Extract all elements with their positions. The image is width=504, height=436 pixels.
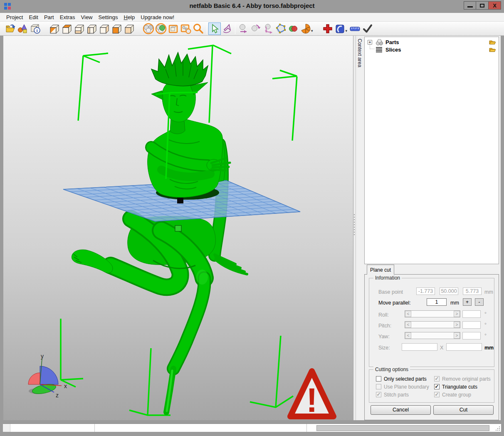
context-area-label: Context area — [357, 39, 363, 67]
tab-plane-cut[interactable]: Plane cut — [367, 265, 394, 275]
scripts-dropdown-icon[interactable]: ▾ — [346, 29, 348, 33]
view-top-icon[interactable] — [61, 22, 73, 35]
view-bottom-icon[interactable] — [73, 22, 86, 35]
tree-row-slices[interactable]: Slices — [365, 46, 499, 54]
view-back-icon[interactable] — [123, 22, 136, 35]
parts-label[interactable]: Parts — [385, 39, 399, 45]
cutting-options-title: Cutting options — [373, 367, 410, 372]
menu-help[interactable]: Help — [121, 13, 138, 21]
select-arrow-icon[interactable] — [208, 22, 221, 35]
view-right-icon[interactable] — [98, 22, 111, 35]
status-divider — [94, 424, 95, 432]
window-title: netfabb Basic 6.4 - Abby torso.fabbproje… — [0, 2, 504, 9]
pitch-slider[interactable]: < > — [405, 321, 460, 328]
slices-label[interactable]: Slices — [385, 47, 401, 53]
yaw-field[interactable] — [462, 332, 481, 339]
parts-folder-icon[interactable] — [489, 39, 496, 45]
size-height-field[interactable] — [446, 343, 482, 351]
move-part-icon[interactable] — [237, 22, 250, 35]
status-divider — [306, 424, 307, 432]
yaw-label: Yaw: — [378, 334, 390, 339]
scripts-icon[interactable] — [334, 22, 346, 35]
yaw-slider-left-icon[interactable]: < — [405, 332, 411, 339]
base-point-y-field[interactable] — [440, 287, 458, 295]
plane-handle-black[interactable] — [177, 198, 183, 203]
bottom-frame-strip — [0, 420, 504, 424]
size-width-field[interactable] — [402, 343, 437, 351]
menu-settings[interactable]: Settings — [96, 13, 121, 21]
pitch-field[interactable] — [462, 321, 481, 329]
view-left-icon[interactable] — [86, 22, 98, 35]
panel-splitter[interactable] — [353, 36, 356, 420]
slices-icon — [376, 47, 383, 53]
menu-project[interactable]: Project — [3, 13, 26, 21]
move-parallel-field[interactable] — [427, 298, 447, 306]
yaw-slider-right-icon[interactable]: > — [454, 332, 460, 339]
add-part-icon[interactable] — [17, 22, 29, 35]
pitch-slider-right-icon[interactable]: > — [454, 322, 460, 328]
roll-slider-left-icon[interactable]: < — [405, 311, 411, 317]
roll-label: Roll: — [378, 312, 389, 318]
checkbox-icon[interactable] — [376, 376, 381, 382]
resize-grip-icon[interactable] — [494, 424, 500, 431]
align-part-icon[interactable] — [262, 22, 274, 35]
zoom-icon[interactable] — [192, 22, 205, 35]
checkbox-checked-icon[interactable]: ✓ — [434, 384, 440, 389]
status-cell-small — [3, 424, 10, 432]
wireframe-view-icon[interactable] — [167, 22, 180, 35]
window-bottom-border — [0, 432, 504, 436]
axis-label-z: z — [56, 392, 59, 399]
roll-slider[interactable]: < > — [405, 310, 460, 317]
warning-glyph: ! — [306, 381, 317, 419]
view-front-icon[interactable] — [111, 22, 123, 35]
open-project-icon[interactable] — [4, 22, 17, 35]
information-title: Information — [373, 275, 402, 281]
points-view-icon[interactable] — [180, 22, 192, 35]
base-point-x-field[interactable] — [416, 287, 435, 295]
information-group: Information Base point mm Move parallel:… — [369, 278, 494, 367]
section-view-dropdown-icon[interactable]: ▾ — [311, 29, 313, 33]
menu-extras[interactable]: Extras — [57, 13, 78, 21]
lasso-select-icon[interactable] — [221, 22, 233, 35]
solid-view-icon[interactable] — [155, 22, 167, 35]
cancel-button[interactable]: Cancel — [371, 405, 431, 415]
menu-part[interactable]: Part — [41, 13, 57, 21]
minimize-button[interactable] — [464, 1, 476, 10]
menu-upgrade[interactable]: Upgrade now! — [138, 13, 177, 21]
section-view-icon[interactable] — [299, 22, 312, 35]
repair-part-icon[interactable] — [321, 22, 334, 35]
menu-edit[interactable]: Edit — [26, 13, 41, 21]
close-button[interactable]: X — [489, 1, 501, 10]
shaded-view-icon[interactable] — [142, 22, 155, 35]
viewport-3d[interactable]: y x z ! — [3, 36, 353, 420]
roll-field[interactable] — [462, 310, 481, 318]
part-info-icon[interactable]: i — [29, 22, 42, 35]
size-unit: mm — [484, 345, 494, 351]
yaw-slider[interactable]: < > — [405, 332, 460, 339]
size-separator: X — [440, 345, 443, 351]
base-point-z-field[interactable] — [463, 287, 482, 295]
side-panel: + Parts Slices — [363, 36, 501, 420]
window-controls: X — [464, 1, 501, 10]
plane-handle-green[interactable] — [175, 225, 181, 231]
cut-button[interactable]: Cut — [433, 405, 494, 415]
roll-slider-right-icon[interactable]: > — [454, 311, 460, 317]
rotate-part-icon[interactable] — [250, 22, 262, 35]
polygon-cut-icon[interactable] — [274, 22, 287, 35]
slices-folder-icon[interactable] — [489, 47, 496, 53]
minimize-icon — [467, 6, 473, 7]
splitter-grip[interactable] — [354, 214, 356, 235]
measure-icon[interactable] — [349, 22, 361, 35]
yaw-unit: ° — [484, 333, 487, 339]
parts-icon — [376, 39, 383, 45]
boolean-operation-icon[interactable] — [287, 22, 299, 35]
move-plus-button[interactable]: + — [463, 298, 472, 306]
tree-row-parts[interactable]: + Parts — [365, 38, 499, 46]
move-parallel-unit: mm — [450, 300, 459, 306]
move-minus-button[interactable]: - — [475, 298, 484, 306]
pitch-slider-left-icon[interactable]: < — [405, 322, 411, 328]
menu-view[interactable]: View — [78, 13, 96, 21]
view-isometric-icon[interactable] — [48, 22, 61, 35]
validate-icon[interactable] — [361, 22, 374, 35]
maximize-button[interactable] — [476, 1, 489, 10]
